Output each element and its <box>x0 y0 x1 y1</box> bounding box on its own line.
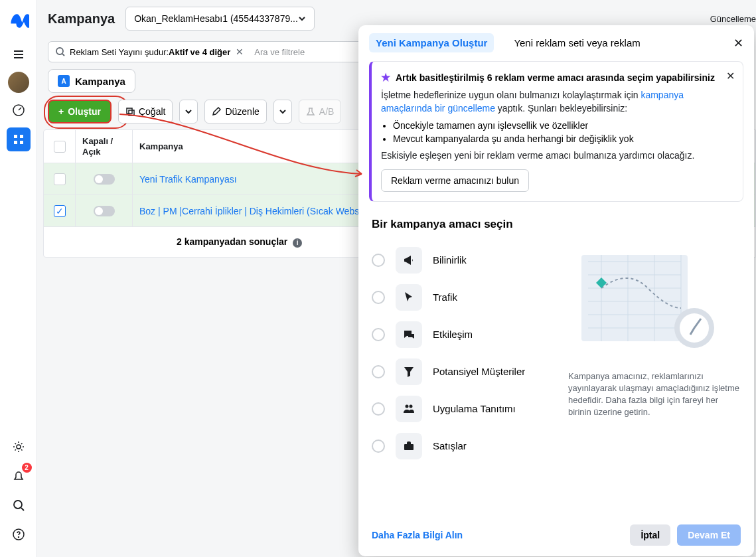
duplicate-button[interactable]: Çoğalt <box>118 100 173 123</box>
row-toggle[interactable] <box>94 206 115 216</box>
objective-description-panel: Kampanya amacınız, reklamlarınızı yayınl… <box>568 242 741 465</box>
objective-sales[interactable]: Satışlar <box>372 428 555 465</box>
svg-point-8 <box>18 537 19 538</box>
chevron-down-icon <box>185 108 192 115</box>
gear-icon[interactable] <box>7 435 31 459</box>
header-checkbox[interactable] <box>54 141 66 153</box>
cancel-button[interactable]: İptal <box>630 524 670 546</box>
radio[interactable] <box>372 402 385 416</box>
filter-chip[interactable]: Reklam Seti Yayını şudur: Aktif ve 4 diğ… <box>70 46 244 57</box>
tab-new-adset[interactable]: Yeni reklam seti veya reklam <box>507 33 646 52</box>
row-checkbox[interactable] <box>54 173 66 185</box>
campaign-name-link[interactable]: Boz | PM |Cerrahi İplikler | Diş Hekimle… <box>139 206 364 216</box>
section-title: Bir kampanya amacı seçin <box>372 218 741 231</box>
info-icon[interactable]: i <box>293 238 302 248</box>
svg-point-13 <box>410 404 413 408</box>
radio[interactable] <box>372 365 385 378</box>
cursor-icon <box>396 284 422 311</box>
people-icon <box>396 396 422 422</box>
meta-logo-icon <box>8 11 29 32</box>
menu-icon[interactable] <box>7 42 31 66</box>
info-card: ✕ ★ Artık basitleştirilmiş 6 reklam verm… <box>369 61 743 202</box>
modal-tabs: Yeni Kampanya Oluştur Yeni reklam seti v… <box>358 25 754 61</box>
new-campaign-modal: Yeni Kampanya Oluştur Yeni reklam seti v… <box>358 25 754 556</box>
svg-rect-3 <box>14 141 17 144</box>
objective-list: Bilinirlik Trafik Etkileşim <box>372 242 555 465</box>
svg-rect-4 <box>20 141 23 144</box>
row-checkbox[interactable]: ✓ <box>54 205 66 217</box>
tab-campaign[interactable]: A Kampanya <box>48 69 135 93</box>
objective-app[interactable]: Uygulama Tanıtımı <box>372 390 555 428</box>
edit-button[interactable]: Düzenle <box>204 100 266 123</box>
info-text: Eskisiyle eşleşen yeni bir reklam verme … <box>381 149 733 163</box>
briefcase-icon <box>396 433 422 459</box>
account-selector-label: Okan_ReklamHesabı1 (45544337879... <box>134 13 298 24</box>
radio[interactable] <box>372 254 385 267</box>
objective-traffic[interactable]: Trafik <box>372 279 555 316</box>
megaphone-icon <box>396 247 422 274</box>
create-button[interactable]: + Oluştur <box>48 100 112 123</box>
tab-new-campaign[interactable]: Yeni Kampanya Oluştur <box>369 33 494 52</box>
search-icon <box>55 46 66 57</box>
svg-point-5 <box>17 445 21 449</box>
search-placeholder: Ara ve filtrele <box>254 47 305 57</box>
svg-rect-14 <box>404 444 414 450</box>
svg-rect-11 <box>129 110 134 116</box>
info-bullet: Mevcut kampanyalarda şu anda herhangi bi… <box>393 133 733 144</box>
svg-rect-10 <box>127 108 132 114</box>
info-close-icon[interactable]: ✕ <box>726 70 735 82</box>
chevron-down-icon <box>298 15 306 23</box>
objective-illustration <box>568 242 727 361</box>
info-title: Artık basitleştirilmiş 6 reklam verme am… <box>396 72 715 83</box>
svg-rect-2 <box>20 135 23 138</box>
copy-icon <box>125 107 135 116</box>
objective-awareness[interactable]: Bilinirlik <box>372 242 555 279</box>
modal-footer: Daha Fazla Bilgi Alın İptal Devam Et <box>358 514 754 556</box>
radio[interactable] <box>372 291 385 304</box>
funnel-icon <box>396 358 422 385</box>
find-objective-button[interactable]: Reklam verme amacınızı bulun <box>381 169 529 192</box>
campaign-name-link[interactable]: Yeni Trafik Kampanyası <box>139 174 237 185</box>
page-title: Kampanya <box>48 11 115 27</box>
radio[interactable] <box>372 328 385 341</box>
row-toggle[interactable] <box>94 174 115 185</box>
svg-point-6 <box>14 501 22 509</box>
svg-point-12 <box>406 404 409 408</box>
plus-icon: + <box>58 106 64 117</box>
close-icon[interactable]: ✕ <box>733 36 743 50</box>
update-label: Güncelleme <box>710 14 756 24</box>
svg-point-9 <box>56 48 63 54</box>
filter-remove-icon[interactable]: ✕ <box>236 46 244 57</box>
left-nav: 2 <box>0 0 37 557</box>
pencil-icon <box>212 107 221 116</box>
notification-badge: 2 <box>22 463 32 473</box>
ab-test-button[interactable]: A/B <box>299 100 342 123</box>
gauge-icon[interactable] <box>7 98 31 122</box>
account-selector[interactable]: Okan_ReklamHesabı1 (45544337879... <box>125 7 315 31</box>
star-icon: ★ <box>381 71 390 84</box>
learn-more-link[interactable]: Daha Fazla Bilgi Alın <box>372 530 463 540</box>
radio[interactable] <box>372 439 385 453</box>
bell-icon[interactable]: 2 <box>7 464 31 488</box>
chevron-down-icon <box>279 108 286 115</box>
toolbar: + Oluştur Çoğalt Düzenle A/B <box>48 100 341 123</box>
continue-button[interactable]: Devam Et <box>677 524 741 546</box>
folder-icon: A <box>58 75 70 87</box>
help-icon[interactable] <box>7 522 31 546</box>
objective-leads[interactable]: Potansiyel Müşteriler <box>372 353 555 390</box>
info-bullet: Öncekiyle tamamen aynı işlevsellik ve öz… <box>393 120 733 131</box>
chat-icon <box>396 321 422 348</box>
avatar[interactable] <box>8 72 29 93</box>
objective-engagement[interactable]: Etkileşim <box>372 316 555 353</box>
search-icon[interactable] <box>7 493 31 517</box>
svg-rect-1 <box>14 135 17 138</box>
flask-icon <box>306 107 315 116</box>
grid-icon[interactable] <box>7 127 31 151</box>
col-toggle-header[interactable]: Kapalı / Açık <box>76 130 133 163</box>
edit-dropdown[interactable] <box>273 100 292 123</box>
duplicate-dropdown[interactable] <box>179 100 198 123</box>
